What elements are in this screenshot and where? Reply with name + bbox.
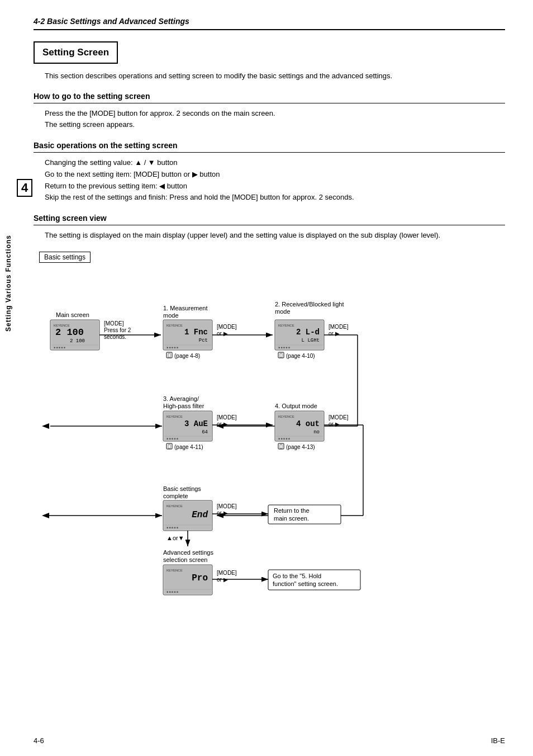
svg-text:or ▶: or ▶ [217, 421, 228, 427]
svg-text:or ▶: or ▶ [217, 510, 228, 516]
subsection-title-basic-ops: Basic operations on the setting screen [34, 141, 505, 150]
subsection-text-basic-ops: Changing the setting value: ▲ / ▼ button… [45, 157, 505, 204]
svg-text:(page 4-13): (page 4-13) [286, 444, 315, 450]
svg-marker-86 [42, 513, 49, 518]
svg-text:4. Output mode: 4. Output mode [275, 403, 317, 409]
svg-rect-76 [280, 445, 282, 448]
svg-text:KEYENCE: KEYENCE [166, 324, 183, 327]
chapter-divider [34, 29, 505, 30]
svg-text:selection screen: selection screen [163, 556, 208, 563]
svg-text:function" setting screen.: function" setting screen. [273, 580, 338, 587]
svg-text:3  AuE: 3 AuE [184, 419, 208, 428]
svg-text:Advanced settings: Advanced settings [163, 549, 213, 556]
svg-text:■ ■ ■ ■ ■: ■ ■ ■ ■ ■ [166, 526, 178, 529]
side-label: Setting Various Functions [4, 235, 12, 332]
svg-text:■ ■ ■ ■ ■: ■ ■ ■ ■ ■ [278, 437, 290, 440]
svg-text:mode: mode [275, 308, 291, 315]
svg-text:2 100: 2 100 [55, 327, 84, 338]
svg-text:2. Received/Blocked light: 2. Received/Blocked light [275, 301, 344, 308]
svg-text:L  LGHt: L LGHt [302, 338, 320, 343]
subsection-divider-3 [34, 225, 505, 225]
svg-text:(page 4-8): (page 4-8) [174, 353, 200, 359]
diagram-svg: Main screen KEYENCE 2 100 2 100 ■ ■ ■ ■ … [39, 264, 497, 655]
svg-text:Press for 2: Press for 2 [104, 327, 131, 333]
svg-text:or ▶: or ▶ [329, 330, 340, 337]
footer-page: 4-6 [34, 736, 44, 745]
svg-text:mode: mode [163, 312, 179, 319]
svg-rect-54 [166, 443, 172, 449]
svg-text:[MODE]: [MODE] [329, 414, 349, 420]
svg-text:High-pass filter: High-pass filter [163, 403, 204, 409]
svg-text:■ ■ ■ ■ ■: ■ ■ ■ ■ ■ [54, 346, 65, 349]
svg-rect-55 [168, 445, 170, 448]
section-intro: This section describes operations and se… [45, 70, 505, 82]
svg-text:KEYENCE: KEYENCE [166, 569, 183, 572]
subsection-title-how-to-go: How to go to the setting screen [34, 92, 505, 101]
svg-text:■ ■ ■ ■ ■: ■ ■ ■ ■ ■ [166, 346, 178, 349]
subsection-title-screen-view: Setting screen view [34, 214, 505, 223]
svg-rect-43 [280, 353, 282, 357]
svg-rect-42 [278, 352, 284, 358]
svg-text:Pct: Pct [199, 338, 208, 343]
svg-text:[MODE]: [MODE] [217, 503, 237, 509]
subsection-divider-2 [34, 152, 505, 153]
svg-text:complete: complete [163, 493, 188, 499]
svg-text:Go to the "5. Hold: Go to the "5. Hold [273, 573, 321, 579]
section-title: Setting Screen [34, 41, 118, 64]
svg-rect-75 [278, 443, 284, 449]
diagram-area: Basic settings Main screen KEYENCE 2 100… [39, 252, 505, 655]
subsection-text-screen-view: The setting is displayed on the main dis… [45, 230, 505, 242]
svg-text:(page 4-10): (page 4-10) [286, 353, 315, 359]
basic-settings-label: Basic settings [39, 252, 91, 263]
svg-text:(page 4-11): (page 4-11) [174, 444, 203, 450]
svg-text:End: End [192, 510, 208, 520]
svg-text:Return to the: Return to the [274, 507, 310, 514]
svg-rect-22 [166, 352, 172, 358]
svg-text:4  out: 4 out [296, 419, 320, 428]
svg-text:[MODE]: [MODE] [217, 324, 237, 330]
svg-text:no: no [313, 429, 320, 435]
svg-text:3. Averaging/: 3. Averaging/ [163, 395, 199, 402]
svg-text:[MODE]: [MODE] [329, 324, 349, 330]
svg-text:or ▶: or ▶ [217, 330, 228, 337]
svg-text:2 L-d: 2 L-d [296, 328, 320, 337]
svg-text:Basic settings: Basic settings [163, 485, 201, 492]
subsection-divider-1 [34, 103, 505, 103]
svg-text:KEYENCE: KEYENCE [166, 504, 183, 508]
svg-text:Main screen: Main screen [56, 311, 89, 318]
footer-doc-id: IB-E [491, 736, 505, 745]
page: Setting Various Functions 4 4-2 Basic Se… [0, 0, 533, 756]
svg-text:[MODE]: [MODE] [104, 320, 124, 327]
svg-text:64: 64 [202, 429, 208, 435]
chapter-number: 4 [17, 179, 32, 197]
svg-text:1. Measurement: 1. Measurement [163, 305, 207, 311]
svg-text:Pro: Pro [192, 573, 208, 583]
svg-text:2 100: 2 100 [70, 338, 85, 344]
subsection-text-how-to-go: Press the the [MODE] button for approx. … [45, 108, 505, 131]
svg-text:■ ■ ■ ■ ■: ■ ■ ■ ■ ■ [166, 437, 178, 440]
svg-text:KEYENCE: KEYENCE [278, 324, 294, 327]
svg-text:KEYENCE: KEYENCE [166, 415, 183, 418]
svg-text:1 Fnc: 1 Fnc [184, 328, 208, 337]
footer: 4-6 IB-E [0, 736, 533, 745]
svg-text:main screen.: main screen. [274, 515, 309, 522]
svg-text:[MODE]: [MODE] [217, 414, 237, 420]
svg-text:or ▶: or ▶ [329, 421, 340, 427]
svg-rect-23 [168, 353, 170, 357]
svg-text:▲or▼: ▲or▼ [166, 535, 184, 541]
svg-text:■ ■ ■ ■ ■: ■ ■ ■ ■ ■ [166, 590, 178, 593]
svg-marker-61 [42, 423, 49, 429]
chapter-header: 4-2 Basic Settings and Advanced Settings [34, 17, 505, 26]
svg-text:[MODE]: [MODE] [217, 570, 237, 576]
svg-text:■ ■ ■ ■ ■: ■ ■ ■ ■ ■ [278, 346, 290, 349]
svg-text:KEYENCE: KEYENCE [278, 415, 294, 418]
